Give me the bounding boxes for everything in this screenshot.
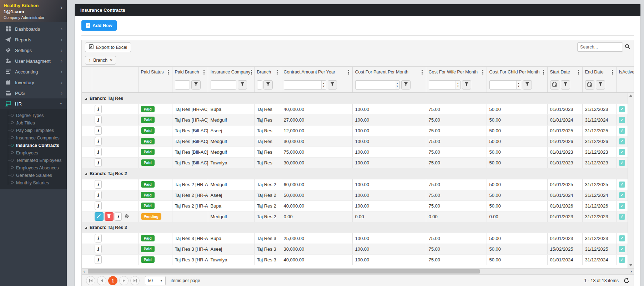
search-input[interactable]	[577, 42, 623, 52]
filter-button-end-date[interactable]	[596, 80, 605, 90]
column-header-isactive[interactable]: IsActive	[616, 67, 634, 77]
sidebar-subitem-employees[interactable]: Employees	[0, 149, 67, 157]
info-button[interactable]: i	[95, 255, 102, 264]
pager-page-1-button[interactable]: 1	[108, 276, 117, 285]
calendar-button-end-date[interactable]	[585, 80, 594, 90]
isactive-checkbox[interactable]: ✓	[619, 128, 625, 134]
sidebar-item-inventory[interactable]: Inventory ›	[0, 77, 67, 88]
filter-button-paid-branch[interactable]	[191, 80, 201, 90]
filter-input-branch[interactable]	[257, 80, 262, 90]
filter-button-cost-for-wife-per-month[interactable]	[462, 80, 471, 90]
brand-chevron-icon[interactable]: ›	[60, 4, 62, 10]
filter-button-start-date[interactable]	[561, 80, 570, 90]
column-menu-icon[interactable]	[421, 69, 423, 75]
sidebar-item-user-managment[interactable]: User Managment ›	[0, 56, 67, 66]
delete-button[interactable]	[105, 212, 114, 221]
spinner-up-icon[interactable]: ▲	[323, 82, 325, 85]
refresh-icon[interactable]	[624, 278, 629, 284]
isactive-checkbox[interactable]: ✓	[619, 117, 625, 123]
sidebar-subitem-monthly-salaries[interactable]: Monthly Salaries	[0, 179, 67, 187]
pager-next-button[interactable]	[119, 276, 129, 285]
filter-numeric-contract-amount-per-year[interactable]: ▲▼	[284, 80, 326, 90]
vertical-scrollbar[interactable]	[628, 93, 634, 268]
column-header-cost-for-wife-per-month[interactable]: Cost For Wife Per Month	[426, 67, 487, 77]
row-settings-button[interactable]	[123, 212, 131, 221]
page-size-select[interactable]: 50 ▼	[145, 276, 166, 285]
group-chip-branch[interactable]: ↑ Branch ×	[85, 56, 116, 65]
column-menu-icon[interactable]	[577, 69, 580, 75]
isactive-checkbox[interactable]: ✓	[619, 138, 625, 144]
isactive-checkbox[interactable]: ✓	[619, 182, 625, 188]
sidebar-item-settings[interactable]: Settings ›	[0, 45, 67, 56]
sort-ascending-icon[interactable]: ↑	[89, 58, 91, 63]
scroll-up-icon[interactable]	[629, 95, 632, 97]
info-button[interactable]: i	[95, 234, 102, 242]
sidebar-subitem-terminated-employees[interactable]: Terminated Employees	[0, 157, 67, 164]
column-header-cost-for-child-per-month[interactable]: Cost For Child Per Month	[487, 67, 547, 77]
isactive-checkbox[interactable]: ✓	[619, 203, 625, 209]
filter-numeric-cost-for-wife-per-month[interactable]: ▲▼	[429, 80, 461, 90]
info-button[interactable]: i	[95, 245, 102, 253]
sidebar-subitem-insurance-contracts[interactable]: Insurance Contracts	[0, 142, 67, 149]
spinner-down-icon[interactable]: ▼	[518, 85, 520, 87]
add-new-button[interactable]: + Add New	[81, 20, 117, 31]
filter-button-cost-for-child-per-month[interactable]	[523, 80, 532, 90]
scroll-right-icon[interactable]: ›	[630, 269, 632, 274]
edit-button[interactable]	[95, 212, 104, 221]
filter-numeric-cost-for-child-per-month[interactable]: ▲▼	[489, 80, 521, 90]
column-menu-icon[interactable]	[347, 69, 350, 75]
column-menu-icon[interactable]	[167, 69, 170, 75]
filter-input-insurance-company[interactable]	[211, 80, 236, 90]
sidebar-subitem-insurance-companies[interactable]: Insurance Companies	[0, 134, 67, 142]
column-menu-icon[interactable]	[276, 69, 278, 75]
search-icon[interactable]	[625, 44, 630, 51]
column-header-paid-branch[interactable]: Paid Branch	[172, 67, 208, 77]
collapse-group-icon[interactable]	[85, 97, 87, 100]
info-button[interactable]: i	[95, 148, 102, 156]
info-button[interactable]: i	[95, 126, 102, 135]
spinner-down-icon[interactable]: ▼	[457, 85, 459, 87]
sidebar-item-accounting[interactable]: Accounting ›	[0, 66, 67, 77]
pager-previous-button[interactable]	[97, 276, 106, 285]
sidebar-item-dashboards[interactable]: Dashboards ›	[0, 24, 67, 34]
filter-button-contract-amount-per-year[interactable]	[328, 80, 337, 90]
info-button[interactable]: i	[95, 180, 102, 189]
remove-group-icon[interactable]: ×	[110, 57, 113, 63]
column-menu-icon[interactable]	[203, 69, 205, 75]
collapse-group-icon[interactable]	[85, 226, 87, 229]
column-header-paid-status[interactable]: Paid Status	[138, 67, 172, 77]
info-button[interactable]: i	[95, 158, 102, 167]
export-to-excel-button[interactable]: Export to Excel	[85, 42, 131, 52]
sidebar-subitem-degree-types[interactable]: Degree Types	[0, 112, 67, 119]
column-menu-icon[interactable]	[482, 69, 484, 75]
sidebar-subitem-pay-slip-templates[interactable]: Pay Slip Templates	[0, 127, 67, 134]
filter-button-branch[interactable]	[263, 80, 273, 90]
scroll-down-icon[interactable]	[629, 264, 632, 266]
scroll-left-icon[interactable]: ‹	[84, 269, 85, 274]
filter-button-cost-for-parent-per-month[interactable]	[401, 80, 411, 90]
column-header-branch[interactable]: Branch	[254, 67, 281, 77]
column-header-insurance-company[interactable]: Insurance Company	[208, 67, 254, 77]
filter-button-insurance-company[interactable]	[238, 80, 247, 90]
filter-numeric-cost-for-parent-per-month[interactable]: ▲▼	[355, 80, 400, 90]
info-button[interactable]: i	[95, 137, 102, 145]
sidebar-item-hr[interactable]: HR ›	[0, 98, 67, 109]
sidebar-subitem-employees-absences[interactable]: Employees Absences	[0, 164, 67, 172]
sidebar-subitem-job-titles[interactable]: Job Titles	[0, 119, 67, 127]
collapse-group-icon[interactable]	[85, 173, 87, 175]
filter-input-paid-branch[interactable]	[175, 80, 190, 90]
isactive-checkbox[interactable]: ✓	[619, 192, 625, 198]
spinner-up-icon[interactable]: ▲	[518, 82, 520, 85]
info-button[interactable]: i	[115, 212, 122, 221]
pager-last-button[interactable]	[130, 276, 140, 285]
isactive-checkbox[interactable]: ✓	[619, 214, 625, 220]
isactive-checkbox[interactable]: ✓	[619, 235, 625, 241]
info-button[interactable]: i	[95, 201, 102, 210]
sidebar-item-reports[interactable]: Reports ›	[0, 34, 67, 45]
column-header-contract-amount-per-year[interactable]: Contract Amount Per Year	[281, 67, 352, 77]
isactive-checkbox[interactable]: ✓	[619, 160, 625, 166]
spinner-down-icon[interactable]: ▼	[323, 85, 325, 87]
info-button[interactable]: i	[95, 191, 102, 199]
isactive-checkbox[interactable]: ✓	[619, 257, 625, 263]
spinner-up-icon[interactable]: ▲	[396, 82, 398, 85]
